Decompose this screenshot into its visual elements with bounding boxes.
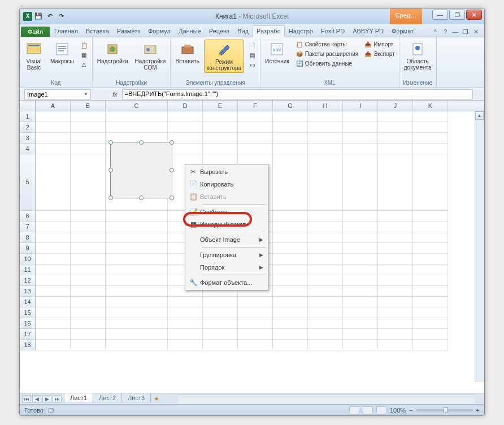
ribbon-tab[interactable]: Данные — [175, 25, 205, 37]
cell[interactable] — [238, 318, 273, 329]
cell[interactable] — [238, 144, 273, 154]
cell[interactable] — [36, 232, 71, 243]
vertical-scrollbar[interactable]: ▲ — [475, 111, 484, 382]
new-sheet-icon[interactable]: ✦ — [150, 395, 163, 403]
cell[interactable] — [203, 329, 238, 340]
cell[interactable] — [36, 243, 71, 254]
cell[interactable] — [36, 211, 71, 222]
cell[interactable] — [413, 264, 448, 275]
window-close-icon[interactable]: ✕ — [472, 28, 480, 36]
visual-basic-button[interactable]: Visual Basic — [22, 40, 46, 72]
fx-icon[interactable]: fx — [108, 91, 122, 98]
cell[interactable] — [168, 122, 203, 133]
ribbon-tab[interactable]: Разметк — [113, 25, 144, 37]
map-properties-button[interactable]: 📋Свойства карты — [294, 40, 360, 49]
insert-control-button[interactable]: Вставить — [173, 40, 201, 66]
cell[interactable] — [273, 286, 308, 297]
cell[interactable] — [273, 297, 308, 307]
cell[interactable] — [106, 232, 168, 243]
cell[interactable] — [106, 264, 168, 275]
undo-icon[interactable]: ↶ — [45, 11, 55, 21]
expansion-packs-button[interactable]: 📦Пакеты расширения — [294, 49, 360, 58]
cell[interactable] — [238, 340, 273, 350]
cell[interactable] — [378, 286, 413, 297]
column-header[interactable]: H — [308, 101, 343, 111]
cell[interactable] — [238, 329, 273, 340]
resize-handle[interactable] — [108, 196, 113, 200]
row-header[interactable]: 7 — [20, 222, 36, 232]
cell[interactable] — [273, 243, 308, 254]
row-header[interactable]: 14 — [20, 297, 36, 307]
cell[interactable] — [413, 222, 448, 232]
import-button[interactable]: 📥Импорт — [362, 40, 397, 49]
cell[interactable] — [308, 222, 343, 232]
cell[interactable] — [343, 275, 378, 286]
column-header[interactable]: J — [378, 101, 413, 111]
row-header[interactable]: 9 — [20, 243, 36, 254]
document-panel-button[interactable]: Область документа — [402, 40, 434, 72]
cell[interactable] — [343, 307, 378, 318]
cell[interactable] — [343, 264, 378, 275]
cell[interactable] — [308, 211, 343, 222]
cell[interactable] — [413, 297, 448, 307]
menu-cut[interactable]: ✂Вырезать — [186, 166, 267, 178]
menu-order[interactable]: Порядок▶ — [186, 261, 267, 274]
close-button[interactable]: ✕ — [466, 10, 482, 20]
cell[interactable] — [378, 211, 413, 222]
ribbon-tab[interactable]: Формат — [388, 25, 418, 37]
cell[interactable] — [378, 297, 413, 307]
cell[interactable] — [36, 254, 71, 264]
cell[interactable] — [203, 122, 238, 133]
resize-handle[interactable] — [170, 140, 174, 145]
cell[interactable] — [343, 111, 378, 122]
cell[interactable] — [378, 254, 413, 264]
row-header[interactable]: 1 — [20, 111, 36, 122]
row-header[interactable]: 8 — [20, 232, 36, 243]
cell[interactable] — [203, 144, 238, 154]
help-icon[interactable]: ? — [441, 28, 449, 36]
cell[interactable] — [71, 307, 106, 318]
cell[interactable] — [36, 111, 71, 122]
cell[interactable] — [71, 144, 106, 154]
file-tab[interactable]: Файл — [21, 27, 50, 37]
macro-security-button[interactable]: ⚠ — [79, 60, 90, 69]
column-header[interactable]: C — [106, 101, 168, 111]
cell[interactable] — [413, 111, 448, 122]
cell[interactable] — [308, 254, 343, 264]
resize-handle[interactable] — [139, 196, 144, 200]
cell[interactable] — [36, 318, 71, 329]
cell[interactable] — [378, 122, 413, 133]
sheet-tab[interactable]: Лист2 — [93, 393, 122, 402]
column-header[interactable]: B — [71, 101, 106, 111]
refresh-data-button[interactable]: 🔄Обновить данные — [294, 59, 360, 68]
cell[interactable] — [273, 307, 308, 318]
cell[interactable] — [378, 133, 413, 144]
macro-record-icon[interactable]: ▢ — [48, 406, 54, 414]
formula-input[interactable]: =ВНЕДРИТЬ("Forms.Image.1";"") — [122, 89, 473, 99]
save-icon[interactable]: 💾 — [33, 11, 44, 21]
cell[interactable] — [308, 144, 343, 154]
cell[interactable] — [378, 144, 413, 154]
cell[interactable] — [308, 232, 343, 243]
cell[interactable] — [413, 275, 448, 286]
menu-source-text[interactable]: ▤Исходный текст — [186, 218, 267, 231]
cell[interactable] — [273, 122, 308, 133]
cell[interactable] — [273, 222, 308, 232]
row-header[interactable]: 18 — [20, 340, 36, 350]
cell[interactable] — [168, 144, 203, 154]
cell[interactable] — [36, 329, 71, 340]
cell[interactable] — [378, 318, 413, 329]
cell[interactable] — [106, 307, 168, 318]
cell[interactable] — [413, 144, 448, 154]
horizontal-scrollbar[interactable] — [178, 394, 475, 404]
redo-icon[interactable]: ↷ — [56, 11, 66, 21]
cell[interactable] — [378, 222, 413, 232]
ribbon-tab[interactable]: Формул — [144, 25, 175, 37]
cell[interactable] — [308, 133, 343, 144]
menu-format-object[interactable]: 🔧Формат объекта... — [186, 276, 267, 289]
column-header[interactable]: D — [168, 101, 203, 111]
resize-handle[interactable] — [108, 168, 113, 172]
com-addins-button[interactable]: Надстройки COM — [133, 40, 168, 72]
cell[interactable] — [168, 329, 203, 340]
resize-handle[interactable] — [170, 196, 174, 200]
